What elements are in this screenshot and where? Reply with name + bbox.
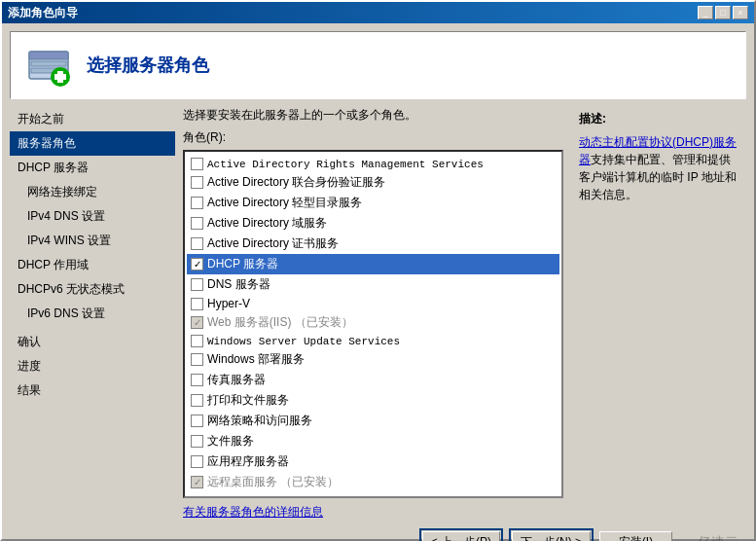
checkbox-ad-rms[interactable] — [191, 158, 203, 170]
checkbox-fax[interactable] — [191, 374, 203, 386]
next-button[interactable]: 下一步(N) > — [512, 531, 591, 541]
role-item-file[interactable]: 文件服务 — [187, 431, 559, 451]
role-item-ad-cert[interactable]: Active Directory 证书服务 — [187, 234, 559, 254]
role-text-remote-desktop: 远程桌面服务 （已安装） — [207, 474, 339, 490]
role-item-ad-rms[interactable]: Active Directory Rights Management Servi… — [187, 156, 559, 172]
role-text-ad-domain: Active Directory 域服务 — [207, 215, 327, 232]
desc-text: 动态主机配置协议(DHCP)服务器支持集中配置、管理和提供客户端计算机的临时 I… — [579, 133, 738, 203]
roles-box[interactable]: Active Directory Rights Management Servi… — [183, 150, 563, 498]
role-item-ad-lds[interactable]: Active Directory 轻型目录服务 — [187, 193, 559, 213]
checkbox-net-policy[interactable] — [191, 415, 203, 427]
role-item-print[interactable]: 打印和文件服务 — [187, 390, 559, 411]
checkbox-ad-lds[interactable] — [191, 197, 203, 209]
role-item-hyper-v[interactable]: Hyper-V — [187, 295, 559, 312]
svg-rect-2 — [31, 61, 66, 66]
svg-rect-6 — [54, 74, 66, 80]
sidebar: 开始之前 服务器角色 DHCP 服务器 网络连接绑定 IPv4 DNS 设置 I… — [10, 107, 175, 521]
checkbox-dhcp[interactable] — [191, 258, 203, 270]
role-item-app[interactable]: 应用程序服务器 — [187, 451, 559, 472]
role-text-ad-lds: Active Directory 轻型目录服务 — [207, 195, 362, 211]
sidebar-section-bottom: 确认 进度 结果 — [10, 330, 175, 403]
roles-info-link[interactable]: 有关服务器角色的详细信息 — [183, 504, 563, 521]
role-text-app: 应用程序服务器 — [207, 453, 289, 470]
role-label: 角色(R): — [183, 129, 563, 146]
instruction-text: 选择要安装在此服务器上的一个或多个角色。 — [183, 107, 563, 124]
sidebar-item-dhcp-scope[interactable]: DHCP 作用域 — [10, 253, 175, 277]
role-text-ad-fed: Active Directory 联合身份验证服务 — [207, 174, 385, 191]
checkbox-ad-domain[interactable] — [191, 217, 203, 230]
main-window: 添加角色向导 _ □ × 选择服务器 — [0, 0, 756, 541]
role-text-win-deploy: Windows 部署服务 — [207, 351, 305, 368]
role-text-hyper-v: Hyper-V — [207, 297, 250, 310]
role-item-ad-fed[interactable]: Active Directory 联合身份验证服务 — [187, 172, 559, 193]
role-item-net-policy[interactable]: 网络策略和访问服务 — [187, 411, 559, 431]
checkbox-app[interactable] — [191, 455, 203, 468]
role-item-win-deploy[interactable]: Windows 部署服务 — [187, 349, 559, 370]
title-bar: 添加角色向导 _ □ × — [2, 2, 754, 23]
role-text-net-policy: 网络策略和访问服务 — [207, 413, 312, 429]
role-text-ad-rms: Active Directory Rights Management Servi… — [207, 159, 484, 170]
next-btn-outer: 下一步(N) > — [509, 528, 594, 541]
sidebar-item-ipv6-dns[interactable]: IPv6 DNS 设置 — [10, 302, 175, 326]
sidebar-item-progress[interactable]: 进度 — [10, 354, 175, 379]
role-text-file: 文件服务 — [207, 433, 254, 450]
sidebar-item-result[interactable]: 结果 — [10, 379, 175, 403]
center-panel: 选择要安装在此服务器上的一个或多个角色。 角色(R): Active Direc… — [183, 107, 563, 521]
role-text-wsus: Windows Server Update Services — [207, 336, 400, 347]
close-button[interactable]: × — [733, 6, 748, 19]
role-text-ad-cert: Active Directory 证书服务 — [207, 235, 339, 252]
checkbox-ad-cert[interactable] — [191, 237, 203, 250]
svg-rect-1 — [29, 52, 68, 59]
role-item-ad-domain[interactable]: Active Directory 域服务 — [187, 213, 559, 234]
desc-body: 支持集中配置、管理和提供客户端计算机的临时 IP 地址和相关信息。 — [579, 153, 737, 201]
checkbox-ad-fed[interactable] — [191, 176, 203, 189]
checkbox-remote-desktop[interactable] — [191, 476, 203, 488]
checkbox-dns[interactable] — [191, 278, 203, 291]
role-item-dns[interactable]: DNS 服务器 — [187, 274, 559, 295]
watermark: 亿速云 — [698, 534, 738, 542]
sidebar-item-dhcpv6[interactable]: DHCPv6 无状态模式 — [10, 277, 175, 302]
window-title: 添加角色向导 — [8, 5, 78, 21]
install-button[interactable]: 安装(I) — [599, 531, 672, 541]
description-panel: 描述: 动态主机配置协议(DHCP)服务器支持集中配置、管理和提供客户端计算机的… — [571, 107, 746, 521]
checkbox-file[interactable] — [191, 435, 203, 448]
checkbox-print[interactable] — [191, 394, 203, 407]
back-btn-outer: < 上一步(P) — [419, 528, 503, 541]
checkbox-wsus[interactable] — [191, 335, 203, 347]
role-text-print: 打印和文件服务 — [207, 392, 289, 409]
header-area: 选择服务器角色 — [10, 31, 746, 99]
minimize-button[interactable]: _ — [698, 6, 713, 19]
role-item-dhcp[interactable]: DHCP 服务器 — [187, 254, 559, 274]
role-text-dns: DNS 服务器 — [207, 276, 270, 293]
role-text-fax: 传真服务器 — [207, 372, 266, 388]
sidebar-item-dhcp[interactable]: DHCP 服务器 — [10, 156, 175, 180]
sidebar-item-net-connect[interactable]: 网络连接绑定 — [10, 180, 175, 204]
role-item-fax[interactable]: 传真服务器 — [187, 370, 559, 390]
title-bar-controls: _ □ × — [698, 6, 748, 19]
checkbox-win-deploy[interactable] — [191, 353, 203, 366]
role-item-web-iis[interactable]: Web 服务器(IIS) （已安装） — [187, 312, 559, 333]
main-area: 开始之前 服务器角色 DHCP 服务器 网络连接绑定 IPv4 DNS 设置 I… — [10, 107, 746, 521]
checkbox-web-iis[interactable] — [191, 316, 203, 329]
sidebar-item-confirm[interactable]: 确认 — [10, 330, 175, 354]
footer: < 上一步(P) 下一步(N) > 安装(I) 亿速云 — [10, 521, 746, 541]
role-text-web-iis: Web 服务器(IIS) （已安装） — [207, 314, 353, 331]
back-button[interactable]: < 上一步(P) — [422, 531, 500, 541]
header-icon — [25, 42, 72, 89]
sidebar-item-server-role[interactable]: 服务器角色 — [10, 131, 175, 156]
header-title: 选择服务器角色 — [87, 54, 209, 77]
sidebar-item-ipv4-dns[interactable]: IPv4 DNS 设置 — [10, 204, 175, 229]
role-item-remote-desktop[interactable]: 远程桌面服务 （已安装） — [187, 472, 559, 492]
role-text-dhcp: DHCP 服务器 — [207, 256, 278, 272]
desc-title: 描述: — [579, 111, 738, 127]
sidebar-item-ipv4-wins[interactable]: IPv4 WINS 设置 — [10, 229, 175, 253]
maximize-button[interactable]: □ — [715, 6, 731, 19]
window-content: 选择服务器角色 开始之前 服务器角色 DHCP 服务器 网络连接绑定 IPv4 … — [2, 23, 754, 541]
sidebar-item-start[interactable]: 开始之前 — [10, 107, 175, 131]
checkbox-hyper-v[interactable] — [191, 298, 203, 310]
role-item-wsus[interactable]: Windows Server Update Services — [187, 333, 559, 349]
